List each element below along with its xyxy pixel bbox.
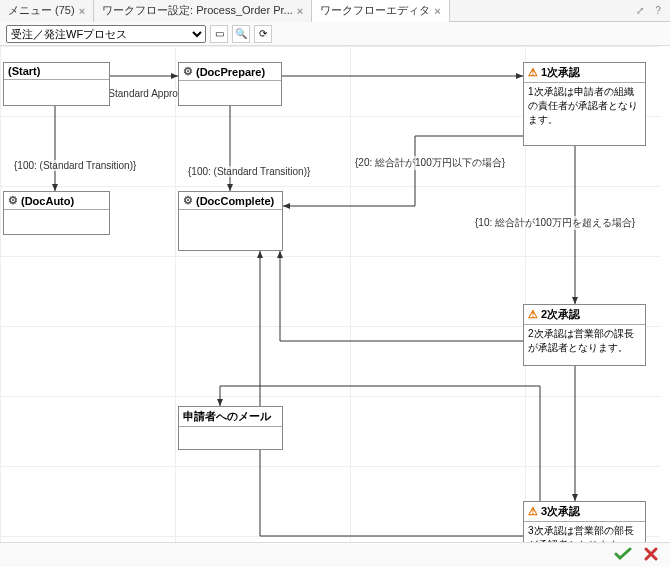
- node-title: (Start): [8, 65, 40, 77]
- node-title: (DocAuto): [21, 195, 74, 207]
- refresh-button[interactable]: ⟳: [254, 25, 272, 43]
- node-mail[interactable]: 申請者へのメール: [178, 406, 283, 450]
- warning-icon: ⚠: [528, 66, 538, 79]
- close-icon[interactable]: ×: [297, 5, 303, 17]
- new-node-button[interactable]: ▭: [210, 25, 228, 43]
- editor-toolbar: 受注／発注WFプロセス ▭ 🔍 ⟳: [0, 22, 670, 46]
- node-approval-2[interactable]: ⚠2次承認 2次承認は営業部の課長が承認者となります。: [523, 304, 646, 366]
- footer-bar: [0, 542, 670, 567]
- node-title: (DocComplete): [196, 195, 274, 207]
- node-doc-auto[interactable]: ⚙(DocAuto): [3, 191, 110, 235]
- node-desc: 2次承認は営業部の課長が承認者となります。: [524, 325, 645, 365]
- node-title: 申請者へのメール: [183, 409, 271, 424]
- tabbar-controls: ⤢ ?: [634, 5, 670, 17]
- edge-label: {100: (Standard Transition)}: [14, 160, 136, 171]
- node-desc: 3次承認は営業部の部長が承認者となります。: [524, 522, 645, 542]
- node-title: 1次承認: [541, 65, 580, 80]
- tab-menu[interactable]: メニュー (75) ×: [0, 0, 94, 22]
- node-doc-prepare[interactable]: ⚙(DocPrepare): [178, 62, 282, 106]
- node-approval-3[interactable]: ⚠3次承認 3次承認は営業部の部長が承認者となります。: [523, 501, 646, 542]
- cancel-button[interactable]: [644, 547, 658, 563]
- expand-icon[interactable]: ⤢: [634, 5, 646, 17]
- edge-label: {20: 総合計が100万円以下の場合}: [355, 156, 505, 170]
- node-desc: 1次承認は申請者の組織の責任者が承認者となります。: [524, 83, 645, 145]
- close-icon[interactable]: ×: [434, 5, 440, 17]
- tab-bar: メニュー (75) × ワークフロー設定: Process_Order Pr..…: [0, 0, 670, 22]
- tab-label: メニュー (75): [8, 3, 75, 18]
- node-title: 2次承認: [541, 307, 580, 322]
- node-title: (DocPrepare): [196, 66, 265, 78]
- node-title: 3次承認: [541, 504, 580, 519]
- node-approval-1[interactable]: ⚠1次承認 1次承認は申請者の組織の責任者が承認者となります。: [523, 62, 646, 146]
- zoom-button[interactable]: 🔍: [232, 25, 250, 43]
- tab-wf-editor[interactable]: ワークフローエディタ ×: [312, 0, 449, 22]
- close-icon[interactable]: ×: [79, 5, 85, 17]
- process-select[interactable]: 受注／発注WFプロセス: [6, 25, 206, 43]
- ok-button[interactable]: [614, 547, 632, 563]
- gear-icon: ⚙: [183, 65, 193, 78]
- tab-wf-settings[interactable]: ワークフロー設定: Process_Order Pr... ×: [94, 0, 312, 22]
- node-start[interactable]: (Start): [3, 62, 110, 106]
- tab-label: ワークフローエディタ: [320, 3, 430, 18]
- workflow-canvas[interactable]: {10: (Standard Approval)} {100: (Standar…: [0, 46, 660, 542]
- edge-label: {100: (Standard Transition)}: [188, 166, 310, 177]
- help-icon[interactable]: ?: [652, 5, 664, 17]
- warning-icon: ⚠: [528, 308, 538, 321]
- gear-icon: ⚙: [183, 194, 193, 207]
- node-doc-complete[interactable]: ⚙(DocComplete): [178, 191, 283, 251]
- canvas-scroll[interactable]: {10: (Standard Approval)} {100: (Standar…: [0, 46, 670, 542]
- edge-label: {10: 総合計が100万円を超える場合}: [475, 216, 635, 230]
- tab-label: ワークフロー設定: Process_Order Pr...: [102, 3, 293, 18]
- gear-icon: ⚙: [8, 194, 18, 207]
- warning-icon: ⚠: [528, 505, 538, 518]
